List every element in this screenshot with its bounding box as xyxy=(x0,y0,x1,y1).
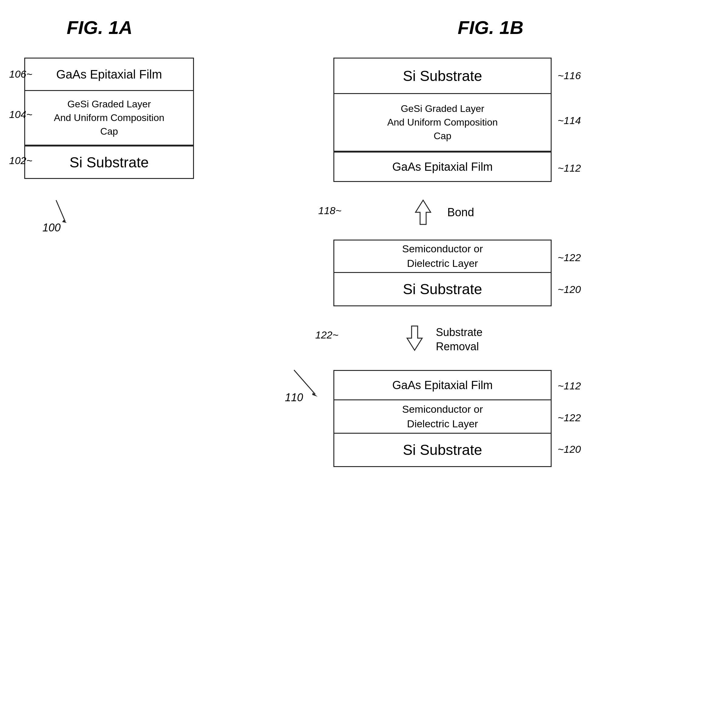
ref-118: 118~ xyxy=(318,205,341,216)
layer-114: GeSi Graded LayerAnd Uniform Composition… xyxy=(333,94,552,152)
ref-120-bot: ~120 xyxy=(558,443,581,455)
svg-marker-2 xyxy=(416,200,431,224)
bond-arrow-svg xyxy=(411,199,435,226)
layer-102-text: Si Substrate xyxy=(69,154,148,171)
layer-114-text: GeSi Graded LayerAnd Uniform Composition… xyxy=(387,102,498,142)
layer-122-bot-text: Semiconductor orDielectric Layer xyxy=(402,402,483,431)
svg-line-4 xyxy=(294,370,315,394)
removal-label: SubstrateRemoval xyxy=(436,325,482,354)
removal-arrow-svg xyxy=(402,325,427,355)
bond-section: Bond xyxy=(333,197,552,227)
ref-122-mid: ~122 xyxy=(558,252,581,263)
ref-112-bot: ~112 xyxy=(558,380,581,392)
layer-116: Si Substrate xyxy=(333,58,552,94)
layer-116-text: Si Substrate xyxy=(403,67,482,84)
layer-120-mid: Si Substrate xyxy=(333,273,552,306)
fig1a-title: FIG. 1A xyxy=(67,17,132,38)
ref-122-bot: ~122 xyxy=(558,412,581,424)
layer-120-bot-text: Si Substrate xyxy=(403,441,482,458)
layer-122-mid: Semiconductor orDielectric Layer xyxy=(333,240,552,273)
ref-112-top: ~112 xyxy=(558,162,581,174)
layer-106: GaAs Epitaxial Film xyxy=(24,58,194,91)
ref-116: ~116 xyxy=(558,70,581,81)
layer-112-text: GaAs Epitaxial Film xyxy=(392,161,493,173)
layer-104: GeSi Graded LayerAnd Uniform Composition… xyxy=(24,91,194,146)
fig1b-title: FIG. 1B xyxy=(458,17,523,38)
layer-112: GaAs Epitaxial Film xyxy=(333,152,552,182)
layer-122-mid-text: Semiconductor orDielectric Layer xyxy=(402,242,483,271)
layer-122-bot: Semiconductor orDielectric Layer xyxy=(333,400,552,433)
layer-102: Si Substrate xyxy=(24,146,194,179)
ref-122-arrow: 122~ xyxy=(315,329,338,341)
ref-104: 104~ xyxy=(9,109,32,120)
svg-line-0 xyxy=(56,200,65,221)
arrow-110-svg xyxy=(276,364,336,412)
ref-100: 100 xyxy=(43,221,61,234)
ref-102: 102~ xyxy=(9,155,32,167)
ref-114: ~114 xyxy=(558,115,581,126)
ref-106: 106~ xyxy=(9,68,32,80)
svg-marker-3 xyxy=(407,326,422,350)
bond-label: Bond xyxy=(447,206,474,219)
layer-120-bot: Si Substrate xyxy=(333,433,552,467)
ref-120-mid: ~120 xyxy=(558,283,581,296)
layer-120-mid-text: Si Substrate xyxy=(403,281,482,297)
layer-104-text: GeSi Graded LayerAnd Uniform Composition… xyxy=(54,97,165,138)
removal-section: SubstrateRemoval xyxy=(333,322,552,358)
layer-106-text: GaAs Epitaxial Film xyxy=(57,67,162,81)
layer-112-bot-text: GaAs Epitaxial Film xyxy=(392,379,493,392)
layer-112-bot: GaAs Epitaxial Film xyxy=(333,370,552,400)
